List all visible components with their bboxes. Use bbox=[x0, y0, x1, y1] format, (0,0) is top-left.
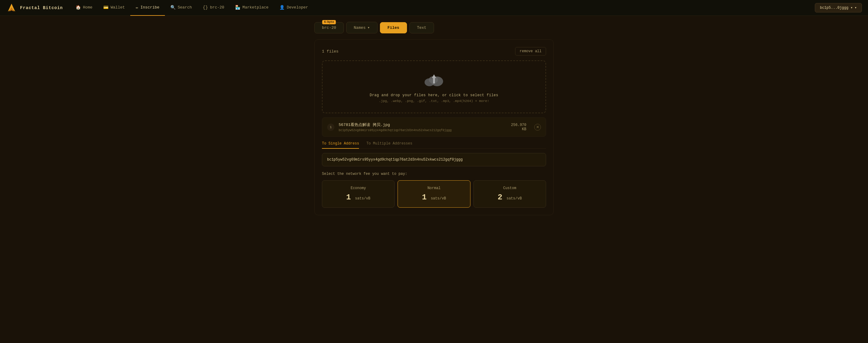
marketplace-icon: 🏪 bbox=[235, 5, 240, 10]
search-icon: 🔍 bbox=[170, 5, 176, 10]
fee-custom-label: Custom bbox=[478, 186, 541, 190]
fee-economy-unit: sats/vB bbox=[355, 196, 370, 201]
wallet-address-button[interactable]: bc1p5...0jggg ▾ ▾ bbox=[815, 3, 862, 12]
brand-logo[interactable]: Fractal Bitcoin bbox=[6, 2, 63, 13]
fee-normal-value: 1 bbox=[422, 193, 427, 202]
file-name: 56781看热点解读 拷贝.jpg bbox=[339, 122, 507, 128]
home-icon: 🏠 bbox=[75, 5, 81, 10]
addr-tab-multiple[interactable]: To Multiple Addresses bbox=[366, 141, 412, 149]
file-remove-button[interactable]: ✕ bbox=[534, 124, 541, 131]
tab-row: 5-byte brc-20 Names ▾ Files Text bbox=[314, 22, 554, 33]
fee-economy-label: Economy bbox=[327, 186, 390, 190]
pencil-icon: ✏️ bbox=[136, 5, 138, 10]
fee-normal-unit: sats/vB bbox=[431, 196, 446, 201]
svg-point-5 bbox=[425, 78, 434, 86]
addr-tab-single[interactable]: To Single Address bbox=[322, 141, 359, 149]
tab-files[interactable]: Files bbox=[380, 22, 407, 33]
fee-normal-label: Normal bbox=[403, 186, 465, 190]
address-input[interactable] bbox=[322, 153, 546, 166]
fee-cards: Economy 1 sats/vB Normal 1 sats/vB Custo… bbox=[322, 180, 546, 208]
nav-item-brc20[interactable]: {} brc-20 bbox=[197, 0, 230, 16]
brand-name: Fractal Bitcoin bbox=[20, 5, 63, 10]
fee-economy-value: 1 bbox=[346, 193, 351, 202]
nav-item-developer[interactable]: 👤 Developer bbox=[274, 0, 313, 16]
file-item: 1 56781看热点解读 拷贝.jpg bc1p5yw52vg69m1rs95y… bbox=[322, 117, 546, 137]
chevron-down-icon: ▾ bbox=[368, 25, 370, 30]
nav-item-wallet[interactable]: 💳 Wallet bbox=[98, 0, 130, 16]
brc20-badge: 5-byte bbox=[322, 20, 336, 24]
brand-icon bbox=[6, 2, 17, 13]
file-number: 1 bbox=[327, 124, 334, 131]
main-content: 5-byte brc-20 Names ▾ Files Text 1 files… bbox=[309, 16, 559, 221]
developer-icon: 👤 bbox=[279, 5, 285, 10]
inscribe-panel: 1 files remove all Drag and drop your fi… bbox=[314, 39, 554, 215]
address-tabs: To Single Address To Multiple Addresses bbox=[322, 141, 546, 149]
file-size: 256.970 KB bbox=[511, 123, 526, 131]
brc20-icon: {} bbox=[203, 5, 208, 10]
file-info: 56781看热点解读 拷贝.jpg bc1p5yw52vg69m1rs95yyx… bbox=[339, 122, 507, 132]
tab-text[interactable]: Text bbox=[409, 22, 434, 33]
nav-item-home[interactable]: 🏠 Home bbox=[70, 0, 98, 16]
fee-card-economy[interactable]: Economy 1 sats/vB bbox=[322, 180, 395, 208]
drop-zone[interactable]: Drag and drop your files here, or click … bbox=[322, 60, 546, 113]
chevron-down-icon: ▾ bbox=[855, 5, 857, 10]
files-count: 1 files bbox=[322, 49, 339, 54]
fee-card-normal[interactable]: Normal 1 sats/vB bbox=[398, 180, 470, 208]
fee-label: Select the network fee you want to pay: bbox=[322, 172, 546, 176]
fee-custom-unit: sats/vB bbox=[506, 196, 522, 201]
drop-zone-main-text: Drag and drop your files here, or click … bbox=[329, 93, 539, 97]
nav-item-search[interactable]: 🔍 Search bbox=[165, 0, 197, 16]
fee-card-custom[interactable]: Custom 2 sats/vB bbox=[473, 180, 546, 208]
upload-cloud-icon bbox=[423, 71, 445, 88]
nav-items: 🏠 Home 💳 Wallet ✏️ Inscribe 🔍 Search {} … bbox=[70, 0, 815, 16]
nav-item-inscribe[interactable]: ✏️ Inscribe bbox=[130, 0, 165, 16]
fee-custom-value: 2 bbox=[498, 193, 503, 202]
navbar: Fractal Bitcoin 🏠 Home 💳 Wallet ✏️ Inscr… bbox=[0, 0, 868, 16]
upload-icon-wrap bbox=[329, 71, 539, 89]
files-header: 1 files remove all bbox=[322, 47, 546, 56]
remove-all-button[interactable]: remove all bbox=[515, 47, 546, 56]
drop-zone-sub-text: .jpg, .webp, .png, .gif, .txt, .mp3, .mp… bbox=[329, 99, 539, 103]
wallet-icon: 💳 bbox=[103, 5, 108, 10]
nav-item-marketplace[interactable]: 🏪 Marketplace bbox=[229, 0, 274, 16]
file-address: bc1p5yw52vg69m1rs95yyx4gd9chqt1qp76at2d3… bbox=[339, 129, 507, 132]
tab-brc20[interactable]: 5-byte brc-20 bbox=[314, 22, 344, 33]
tab-names[interactable]: Names ▾ bbox=[346, 22, 377, 33]
